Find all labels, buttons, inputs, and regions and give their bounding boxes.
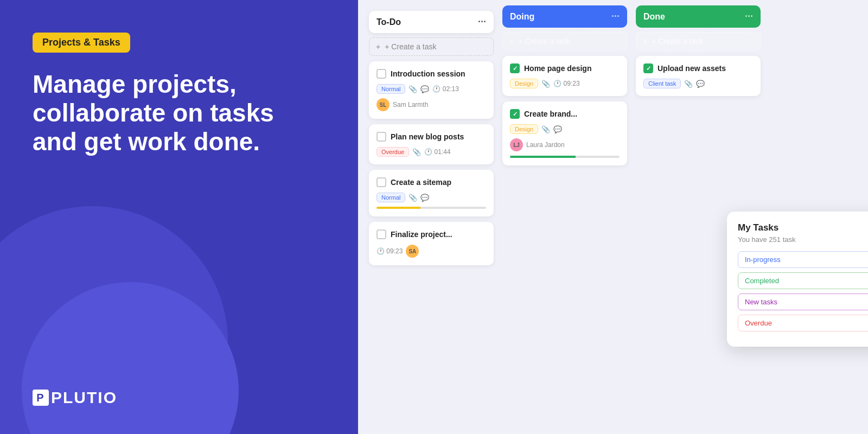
filter-newtasks[interactable]: New tasks (738, 293, 868, 310)
logo-text: PLUTIO (51, 388, 117, 407)
comment-icon: 💬 (553, 125, 562, 133)
create-task-todo[interactable]: + + Create a task (369, 37, 494, 56)
my-tasks-title: My Tasks (738, 222, 868, 233)
tag-client: Client task (643, 79, 681, 88)
comment-icon: 💬 (420, 194, 429, 202)
assignee-name: Sam Larmth (393, 101, 428, 108)
task-card: ✓ Create brand... Design 📎 💬 LJ Laura Ja… (502, 101, 627, 165)
column-menu-done[interactable]: ··· (745, 11, 753, 22)
task-meta: Normal 📎 💬 (376, 193, 486, 202)
task-checkbox[interactable] (376, 69, 386, 79)
attachment-icon: 📎 (541, 80, 550, 88)
tag-normal: Normal (376, 193, 405, 202)
left-panel: Projects & Tasks Manage projects,collabo… (0, 0, 358, 434)
tag-design: Design (510, 124, 538, 134)
task-meta: Design 📎 💬 (510, 124, 620, 134)
task-progress (510, 156, 620, 158)
task-checkbox[interactable] (376, 132, 386, 142)
task-card: Plan new blog posts Overdue 📎 🕐 01:44 (369, 124, 494, 164)
task-time: 🕐 02:13 (432, 85, 458, 93)
create-task-done[interactable]: + + Create a task (636, 32, 761, 50)
filter-inprogress[interactable]: In-progress (738, 251, 868, 268)
attachment-icon: 📎 (409, 85, 417, 93)
column-menu-todo[interactable]: ··· (478, 16, 486, 28)
task-card: Introduction session Normal 📎 💬 🕐 02:13 … (369, 61, 494, 119)
task-card: Create a sitemap Normal 📎 💬 (369, 170, 494, 216)
right-panel: To-Do ··· + + Create a task Introduction… (358, 0, 868, 434)
task-card: ✓ Upload new assets Client task 📎 💬 (636, 56, 761, 96)
column-header-done: Done ··· (636, 5, 761, 28)
my-tasks-subtitle: You have 251 task (738, 235, 868, 244)
filter-completed[interactable]: Completed (738, 272, 868, 289)
create-task-doing-icon: + (509, 37, 514, 46)
task-time: 🕐 01:44 (424, 148, 450, 156)
task-checkbox-done[interactable]: ✓ (510, 109, 520, 119)
task-meta: Design 📎 🕐 09:23 (510, 79, 620, 88)
task-title: Plan new blog posts (391, 132, 464, 141)
task-progress (376, 207, 486, 209)
column-header-doing: Doing ··· (502, 5, 627, 28)
column-title-done: Done (643, 12, 665, 22)
column-title-todo: To-Do (376, 17, 401, 27)
task-title: Create a sitemap (391, 178, 451, 187)
filter-overdue[interactable]: Overdue (738, 315, 868, 331)
task-checkbox-done[interactable]: ✓ (643, 63, 653, 73)
column-doing: Doing ··· + + Create a task ✓ Home page … (502, 5, 627, 429)
badge-label: Projects & Tasks (33, 33, 130, 53)
create-task-doing[interactable]: + + Create a task (502, 32, 627, 50)
comment-icon: 💬 (696, 80, 705, 88)
task-title: Introduction session (391, 69, 465, 78)
task-meta: Client task 📎 💬 (643, 79, 753, 88)
comment-icon: 💬 (420, 85, 429, 93)
task-title: Create brand... (524, 110, 577, 118)
tag-design: Design (510, 79, 538, 88)
task-time: 🕐 09:23 (553, 80, 579, 87)
attachment-icon: 📎 (409, 194, 417, 202)
column-todo: To-Do ··· + + Create a task Introduction… (369, 11, 494, 429)
logo-icon: P (33, 390, 49, 406)
assignee-name: Laura Jardon (526, 141, 565, 149)
assignee-avatar: SL (376, 98, 390, 111)
column-title-doing: Doing (510, 12, 534, 22)
task-meta: Normal 📎 💬 🕐 02:13 (376, 84, 486, 94)
hero-text: Manage projects,collaborate on tasksand … (33, 70, 326, 156)
column-menu-doing[interactable]: ··· (611, 11, 620, 22)
task-title: Home page design (524, 64, 591, 73)
assignee-avatar: LJ (510, 138, 523, 151)
tag-normal: Normal (376, 84, 405, 94)
my-tasks-popup: My Tasks You have 251 task In-progress C… (727, 212, 868, 347)
task-checkbox-done[interactable]: ✓ (510, 63, 520, 73)
task-card: Finalize project... 🕐 09:23 SA (369, 222, 494, 265)
attachment-icon: 📎 (541, 125, 550, 133)
task-time: 🕐 09:23 (376, 247, 403, 255)
task-checkbox[interactable] (376, 229, 386, 239)
task-checkbox[interactable] (376, 177, 386, 187)
column-header-todo: To-Do ··· (369, 11, 494, 33)
task-card: ✓ Home page design Design 📎 🕐 09:23 (502, 56, 627, 96)
create-task-done-icon: + (643, 37, 647, 46)
assignee-avatar: SA (406, 245, 419, 258)
create-task-icon: + (376, 42, 380, 51)
task-title: Upload new assets (658, 64, 726, 73)
task-title: Finalize project... (391, 230, 452, 239)
task-meta: Overdue 📎 🕐 01:44 (376, 147, 486, 157)
task-meta: 🕐 09:23 SA (376, 245, 486, 258)
attachment-icon: 📎 (412, 148, 421, 156)
plutio-logo: P PLUTIO (33, 388, 117, 407)
tag-overdue: Overdue (376, 147, 409, 157)
attachment-icon: 📎 (684, 80, 693, 88)
logo-area: P PLUTIO (33, 388, 117, 407)
